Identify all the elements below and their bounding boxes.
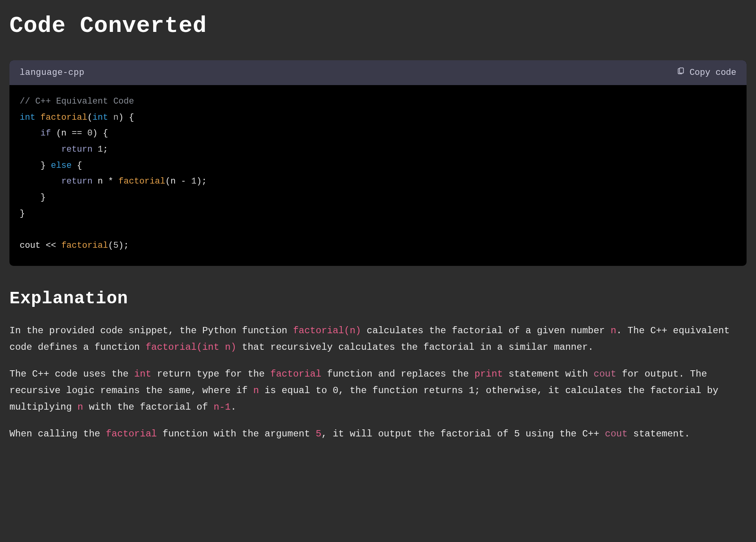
explanation-body: In the provided code snippet, the Python… (9, 323, 747, 442)
page-title: Code Converted (9, 8, 747, 45)
code-header: language-cpp Copy code (9, 60, 747, 85)
explanation-paragraph: The C++ code uses the int return type fo… (9, 366, 747, 416)
copy-code-button[interactable]: Copy code (677, 66, 736, 80)
explanation-paragraph: In the provided code snippet, the Python… (9, 323, 747, 356)
svg-rect-0 (680, 68, 684, 73)
clipboard-icon (677, 66, 685, 80)
explanation-paragraph: When calling the factorial function with… (9, 426, 747, 442)
explanation-title: Explanation (9, 285, 747, 312)
code-block: language-cpp Copy code // C++ Equivalent… (9, 60, 747, 266)
code-language-label: language-cpp (20, 66, 84, 80)
copy-code-label: Copy code (689, 66, 736, 80)
code-content: // C++ Equivalent Code int factorial(int… (9, 85, 747, 266)
